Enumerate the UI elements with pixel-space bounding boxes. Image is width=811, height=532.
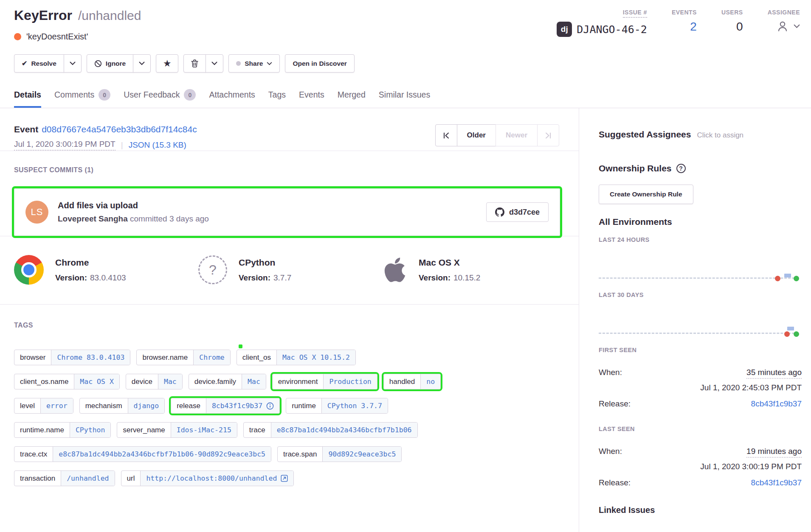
- when-label: When:: [599, 447, 622, 458]
- resolve-dropdown-button[interactable]: [64, 54, 82, 73]
- event-pagination: Older Newer: [435, 124, 559, 146]
- issue-title-row: KeyError /unhandled: [14, 8, 141, 23]
- tab-label: Details: [14, 90, 41, 100]
- click-to-assign-hint[interactable]: Click to assign: [697, 131, 743, 140]
- tag-key: trace.span: [278, 447, 322, 462]
- tag-value-link[interactable]: 90d892c9eace3bc5: [322, 447, 401, 462]
- newest-event-button[interactable]: [537, 124, 559, 146]
- tab-comments[interactable]: Comments0: [54, 89, 110, 108]
- tab-merged[interactable]: Merged: [338, 89, 366, 108]
- users-label: USERS: [721, 9, 743, 16]
- event-id-link[interactable]: d08d7667e4a5476eb3b3db6d7f14c84c: [42, 124, 197, 134]
- tag-value-link[interactable]: CPython: [70, 423, 111, 437]
- short-issue-id[interactable]: DJANGO-46-2: [577, 23, 647, 36]
- resolve-button-group: ✔ Resolve: [14, 54, 82, 73]
- tag-device.family: device.familyMac: [189, 374, 266, 389]
- when-label: When:: [599, 368, 622, 379]
- suspect-commits-heading: SUSPECT COMMITS (1): [14, 166, 579, 174]
- tag-key: runtime: [286, 398, 321, 413]
- tag-value-link[interactable]: Chrome: [193, 350, 230, 365]
- tab-attachments[interactable]: Attachments: [209, 89, 255, 108]
- tab-events[interactable]: Events: [299, 89, 324, 108]
- tab-user-feedback[interactable]: User Feedback0: [124, 89, 196, 108]
- tag-trace: tracee8c87ba1dc494bb2a4346bcfbf7b1b06: [243, 422, 418, 438]
- django-platform-icon: dj: [557, 22, 572, 37]
- last-30-days-sparkline[interactable]: [599, 319, 798, 337]
- issue-culprit: /unhandled: [78, 8, 141, 23]
- last-24-hours-sparkline[interactable]: [599, 263, 798, 282]
- issue-tabs: DetailsComments0User Feedback0Attachment…: [14, 89, 430, 108]
- tag-value-link[interactable]: Mac: [242, 374, 266, 389]
- tag-value-link[interactable]: Idos-iMac-215: [171, 423, 237, 437]
- tag-value-link[interactable]: Chrome 83.0.4103: [51, 350, 130, 365]
- older-event-button[interactable]: Older: [457, 124, 496, 146]
- assignee-selector[interactable]: [768, 20, 800, 33]
- tag-value-link[interactable]: 8cb43f1c9b37: [206, 398, 279, 413]
- chevron-down-icon: [211, 62, 217, 65]
- last-seen-marker: [794, 276, 799, 281]
- delete-button[interactable]: [183, 54, 206, 73]
- tag-value-link[interactable]: Mac: [158, 374, 182, 389]
- tab-label: Similar Issues: [379, 90, 430, 100]
- tab-details[interactable]: Details: [14, 89, 41, 108]
- last-seen-relative: 19 minutes ago: [746, 447, 802, 458]
- resolve-button[interactable]: ✔ Resolve: [14, 54, 64, 73]
- tag-value-link[interactable]: /unhandled: [61, 471, 114, 486]
- create-ownership-rule-button[interactable]: Create Ownership Rule: [599, 185, 693, 204]
- tag-value-link[interactable]: Mac OS X 10.15.2: [276, 350, 355, 365]
- tag-value-link[interactable]: Mac OS X: [74, 374, 119, 389]
- chevron-down-icon: [139, 62, 145, 65]
- commit-sha-button[interactable]: d3d7cee: [486, 202, 549, 222]
- stat-issue-number: ISSUE # dj DJANGO-46-2: [557, 8, 647, 37]
- event-bar: [787, 327, 794, 330]
- last-24-hours-label: LAST 24 HOURS: [599, 236, 802, 243]
- tab-count-badge: 0: [99, 89, 110, 101]
- ignore-button[interactable]: Ignore: [87, 54, 133, 73]
- tag-mechanism: mechanismdjango: [79, 398, 165, 414]
- context-name: CPython: [239, 258, 291, 268]
- open-in-discover-button[interactable]: Open in Discover: [285, 54, 354, 73]
- tab-label: Attachments: [209, 90, 255, 100]
- tag-key: device: [126, 374, 158, 389]
- tab-tags[interactable]: Tags: [268, 89, 286, 108]
- share-button[interactable]: Share: [228, 54, 280, 73]
- tag-value-link[interactable]: django: [128, 398, 165, 413]
- events-count[interactable]: 2: [690, 20, 697, 34]
- context-os: Mac OS X Version:10.15.2: [383, 255, 567, 285]
- newer-event-button[interactable]: Newer: [496, 124, 538, 146]
- bookmark-button[interactable]: ★: [156, 54, 178, 73]
- first-seen-release-link[interactable]: 8cb43f1c9b37: [751, 399, 802, 409]
- issue-message-row: 'keyDoesntExist': [14, 32, 88, 42]
- tag-row: levelerrormechanismdjangorelease8cb43f1c…: [14, 398, 579, 414]
- tag-value-link[interactable]: http://localhost:8000/unhandled: [140, 471, 293, 486]
- github-icon: [495, 207, 504, 217]
- tag-value-link[interactable]: e8c87ba1dc494bb2a4346bcfbf7b1b06: [271, 423, 417, 437]
- raw-json-link[interactable]: JSON (15.3 KB): [129, 140, 186, 150]
- tag-row: client_os.nameMac OS XdeviceMacdevice.fa…: [14, 374, 579, 389]
- tag-key: environment: [273, 374, 324, 389]
- release-label: Release:: [599, 399, 631, 409]
- tag-value-link[interactable]: no: [420, 374, 440, 389]
- tag-value-link[interactable]: e8c87ba1dc494bb2a4346bcfbf7b1b06-90d892c…: [53, 447, 271, 462]
- context-version: 3.7.7: [273, 273, 291, 282]
- last-seen-release-link[interactable]: 8cb43f1c9b37: [751, 478, 802, 487]
- chevron-down-icon: [70, 62, 76, 65]
- stat-events: EVENTS 2: [672, 8, 697, 37]
- tab-similar-issues[interactable]: Similar Issues: [379, 89, 430, 108]
- delete-dropdown-button[interactable]: [206, 54, 223, 73]
- tag-value-link[interactable]: error: [40, 398, 73, 413]
- tag-key: trace.ctx: [14, 447, 53, 462]
- tag-runtime: runtimeCPython 3.7.7: [286, 398, 388, 414]
- tag-key: browser.name: [137, 350, 193, 365]
- help-question-icon[interactable]: ?: [676, 164, 686, 173]
- oldest-event-button[interactable]: [435, 124, 457, 146]
- tag-server_name: server_nameIdos-iMac-215: [117, 422, 237, 438]
- tag-key: client_os.name: [14, 374, 74, 389]
- ignore-dropdown-button[interactable]: [133, 54, 151, 73]
- users-count[interactable]: 0: [736, 20, 743, 34]
- linked-issues-title: Linked Issues: [599, 505, 802, 515]
- event-header-row: Eventd08d7667e4a5476eb3b3db6d7f14c84c Ju…: [0, 108, 579, 151]
- tag-value-link[interactable]: CPython 3.7.7: [321, 398, 388, 413]
- tag-value-link[interactable]: Production: [323, 374, 377, 389]
- assignee-label: ASSIGNEE: [768, 9, 800, 16]
